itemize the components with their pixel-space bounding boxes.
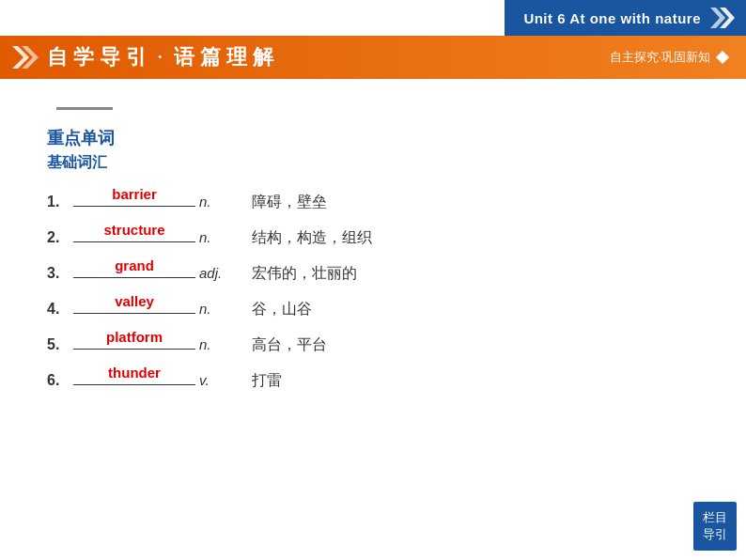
- vocab-pos: v.: [199, 372, 233, 388]
- section-header-band: 自学导引 · 语篇理解 自主探究·巩固新知: [0, 36, 746, 79]
- top-bar-arrow-icon: [710, 8, 737, 28]
- vocab-meaning: 结构，构造，组织: [252, 228, 372, 248]
- vocab-meaning: 打雷: [252, 371, 282, 391]
- section1-heading: 重点单词: [47, 127, 699, 149]
- section2-heading: 基础词汇: [47, 153, 699, 173]
- vocab-answer: grand: [115, 257, 154, 273]
- vocab-blank: grand: [73, 257, 195, 278]
- nav-button-line2: 导引: [703, 526, 727, 543]
- vocab-answer: structure: [103, 222, 164, 238]
- main-content: 重点单词 基础词汇 1. barrier n. 障碍，壁垒 2. structu…: [0, 79, 746, 560]
- section-title-part1: 自学导引: [47, 43, 152, 71]
- vocab-blank: thunder: [73, 365, 195, 385]
- vocab-blank: structure: [73, 222, 195, 242]
- vocab-meaning: 障碍，壁垒: [252, 193, 327, 212]
- vocab-item: 5. platform n. 高台，平台: [47, 329, 699, 355]
- vocab-blank: platform: [73, 329, 195, 350]
- top-bar: Unit 6 At one with nature: [505, 0, 746, 36]
- vocab-pos: n.: [199, 194, 233, 210]
- header-right-label: 自主探究·巩固新知: [610, 49, 727, 66]
- vocab-meaning: 宏伟的，壮丽的: [252, 264, 357, 284]
- vocab-pos: n.: [199, 336, 233, 352]
- nav-button[interactable]: 栏目 导引: [693, 502, 737, 551]
- section-title-part2: 语篇理解: [174, 43, 279, 71]
- vocab-item: 1. barrier n. 障碍，壁垒: [47, 186, 699, 212]
- vocab-meaning: 谷，山谷: [252, 300, 312, 319]
- vocab-num: 2.: [47, 229, 73, 246]
- vocab-item: 6. thunder v. 打雷: [47, 365, 699, 391]
- vocab-num: 3.: [47, 265, 73, 282]
- right-label-text: 自主探究·巩固新知: [610, 49, 710, 66]
- vocab-item: 3. grand adj. 宏伟的，壮丽的: [47, 257, 699, 284]
- decorative-line: [56, 107, 113, 110]
- section-title-dot: ·: [158, 48, 168, 68]
- vocab-meaning: 高台，平台: [252, 335, 327, 355]
- vocab-num: 4.: [47, 301, 73, 318]
- diamond-icon: [716, 51, 729, 64]
- vocab-pos: n.: [199, 229, 233, 245]
- section-title: 自学导引 · 语篇理解: [47, 43, 279, 71]
- vocab-num: 6.: [47, 372, 73, 389]
- vocab-item: 2. structure n. 结构，构造，组织: [47, 222, 699, 248]
- header-arrow-icon: [0, 36, 47, 79]
- vocab-pos: n.: [199, 301, 233, 317]
- vocab-item: 4. valley n. 谷，山谷: [47, 293, 699, 319]
- vocab-answer: thunder: [108, 365, 161, 381]
- vocab-answer: platform: [106, 329, 163, 345]
- vocab-list: 1. barrier n. 障碍，壁垒 2. structure n. 结构，构…: [47, 186, 699, 391]
- vocab-pos: adj.: [199, 265, 233, 281]
- unit-title: Unit 6 At one with nature: [523, 10, 701, 26]
- vocab-num: 5.: [47, 336, 73, 353]
- vocab-num: 1.: [47, 194, 73, 210]
- nav-button-line1: 栏目: [703, 509, 727, 526]
- vocab-answer: barrier: [112, 186, 157, 202]
- vocab-blank: valley: [73, 293, 195, 314]
- vocab-answer: valley: [115, 293, 154, 309]
- vocab-blank: barrier: [73, 186, 195, 207]
